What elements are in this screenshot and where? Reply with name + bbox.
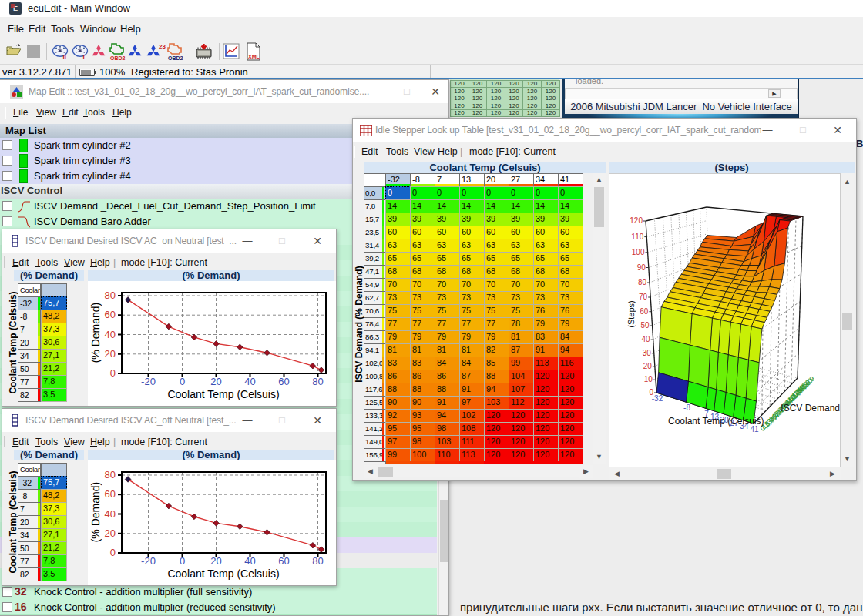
svg-text:30: 30 <box>643 349 652 357</box>
svg-text:0: 0 <box>180 376 185 387</box>
svg-text:40: 40 <box>105 508 116 520</box>
svg-text:-8: -8 <box>683 403 690 412</box>
svg-text:40: 40 <box>244 555 255 567</box>
svg-text:Coolant Temp (Celsuis): Coolant Temp (Celsuis) <box>167 388 279 400</box>
svg-text:40: 40 <box>105 329 116 340</box>
svg-text:II: II <box>63 54 66 61</box>
svg-text:60: 60 <box>278 555 289 567</box>
svg-text:60: 60 <box>105 309 116 320</box>
svg-text:-20: -20 <box>141 376 156 387</box>
svg-text:20: 20 <box>105 348 116 360</box>
svg-text:80: 80 <box>312 376 323 387</box>
svg-text:(% Demand): (% Demand) <box>89 303 102 363</box>
svg-text:120: 120 <box>630 216 643 225</box>
svg-text:20: 20 <box>210 555 221 567</box>
svg-text:40: 40 <box>244 376 255 387</box>
svg-text:80: 80 <box>105 469 116 480</box>
svg-text:80: 80 <box>638 278 647 286</box>
svg-text:90: 90 <box>637 263 646 272</box>
svg-text:50: 50 <box>640 321 650 330</box>
svg-text:(Steps): (Steps) <box>626 300 636 327</box>
svg-text:20: 20 <box>643 362 653 370</box>
svg-text:80: 80 <box>312 555 323 567</box>
svg-text:0: 0 <box>110 547 116 558</box>
svg-text:OBD2: OBD2 <box>168 55 183 61</box>
svg-text:60: 60 <box>278 376 289 387</box>
svg-text:60: 60 <box>640 307 649 316</box>
svg-text:0: 0 <box>180 555 185 567</box>
svg-text:OBD2: OBD2 <box>110 55 126 61</box>
svg-text:23: 23 <box>159 43 166 50</box>
svg-text:20: 20 <box>210 376 221 387</box>
svg-text:20: 20 <box>105 527 116 539</box>
svg-text:-20: -20 <box>141 555 156 567</box>
svg-text:(% Demand): (% Demand) <box>89 482 102 543</box>
svg-text:100: 100 <box>632 248 645 256</box>
svg-text:10: 10 <box>644 375 653 383</box>
svg-text:ISCV Demand: ISCV Demand <box>781 403 840 413</box>
svg-text:XML: XML <box>248 54 260 59</box>
svg-text:70: 70 <box>639 293 648 301</box>
svg-text:60: 60 <box>105 488 116 500</box>
svg-text:110: 110 <box>631 233 643 241</box>
svg-text:Coolant Temp (Celsuis): Coolant Temp (Celsuis) <box>167 567 279 580</box>
svg-text:40: 40 <box>642 335 651 343</box>
svg-text:80: 80 <box>105 290 116 301</box>
svg-text:0: 0 <box>110 367 116 379</box>
svg-text:Coolant Temp (Celsuis): Coolant Temp (Celsuis) <box>668 416 764 427</box>
svg-text:-32: -32 <box>652 394 663 403</box>
svg-text:I: I <box>83 54 85 61</box>
